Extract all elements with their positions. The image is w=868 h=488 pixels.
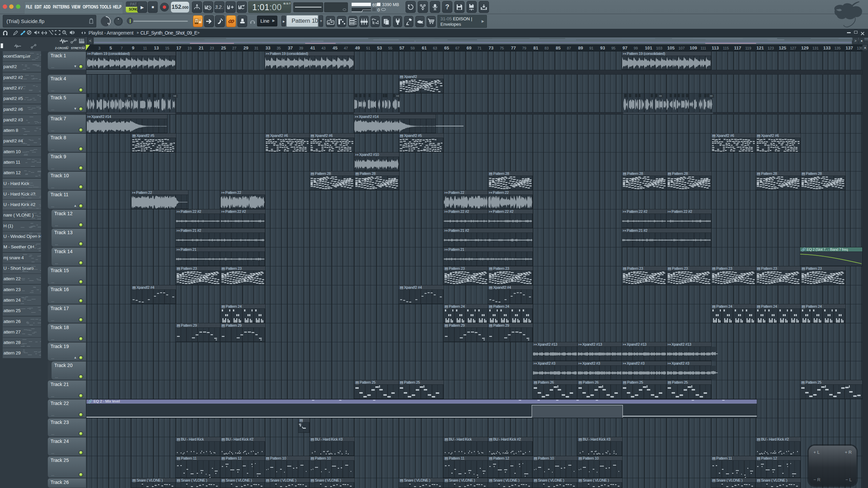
svg-text:TOOLS: TOOLS <box>100 4 111 9</box>
svg-text:PATTERNS: PATTERNS <box>53 4 70 9</box>
svg-text:OPTIONS: OPTIONS <box>83 4 98 9</box>
svg-text:FILE: FILE <box>26 4 32 9</box>
svg-text:HELP: HELP <box>113 4 121 9</box>
svg-text:ADD: ADD <box>43 4 51 9</box>
svg-text:VIEW: VIEW <box>72 4 80 9</box>
svg-text:EDIT: EDIT <box>35 4 42 9</box>
